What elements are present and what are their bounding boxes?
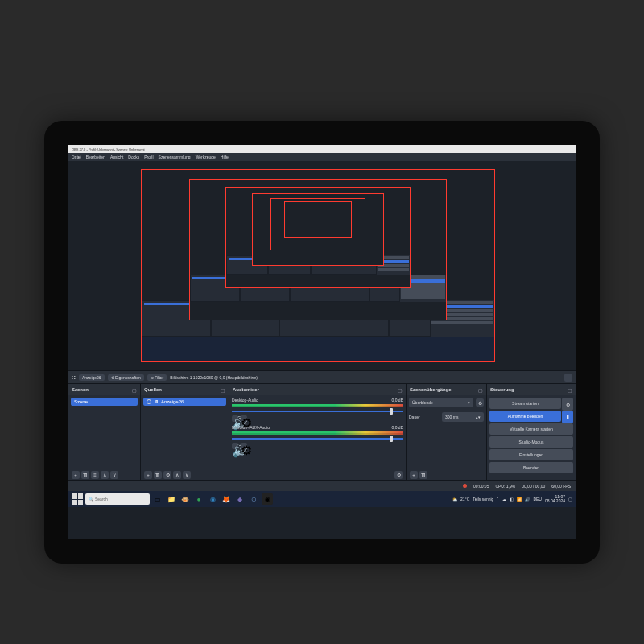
transitions-dock: Szenenübergänge ▢ Überblende▾ ⚙ Dauer 30… [407, 384, 487, 480]
resolution-label: Bildschirm 1 1920x1080 @ 0,0 (Hauptbilds… [170, 375, 258, 380]
volume-slider[interactable] [232, 436, 403, 441]
start-stream-button[interactable]: Stream starten [489, 398, 561, 409]
wifi-icon[interactable]: 📶 [517, 497, 522, 502]
tray-icon[interactable]: ◧ [510, 497, 514, 502]
source-item[interactable]: 🖥 Anzeige26 [143, 398, 226, 406]
chevron-down-icon: ▾ [468, 400, 470, 405]
scene-up-button[interactable]: ∧ [101, 471, 109, 479]
channel-settings-button[interactable]: ⚙ [241, 443, 247, 449]
mixer-channel: Mikrofon-/AUX-Audio0,0 dB 🔊⚙ [232, 425, 403, 449]
system-tray[interactable]: ⛅ 21°C Teils sonnig ˄ ☁ ◧ 📶 🔊 DEU 11:07 … [452, 495, 572, 503]
task-view-icon[interactable]: ▭ [152, 493, 163, 505]
menu-profile[interactable]: Profil [144, 155, 153, 159]
settings-button[interactable]: Einstellungen [489, 449, 573, 460]
tablet-device: OBS 27.0 - Profil: Unbenannt - Szenen: U… [44, 121, 600, 564]
channel-name: Desktop-Audio [232, 398, 258, 402]
cpu-usage: CPU: 1,9% [495, 484, 515, 489]
detach-icon[interactable]: ▢ [398, 387, 402, 393]
add-source-button[interactable]: + [144, 471, 152, 479]
tray-chevron-icon[interactable]: ˄ [497, 497, 499, 502]
add-scene-button[interactable]: + [72, 471, 80, 479]
controls-dock: Steuerung ▢ Stream starten ⚙ Aufnahme be… [487, 384, 576, 480]
menu-tools[interactable]: Werkzeuge [196, 155, 216, 159]
steam-icon[interactable]: ⊙ [248, 493, 259, 505]
explorer-icon[interactable]: 📁 [166, 493, 177, 505]
mixer-settings-button[interactable]: ⚙ [394, 471, 402, 479]
remove-transition-button[interactable]: 🗑 [419, 471, 427, 479]
screen: OBS 27.0 - Profil: Unbenannt - Szenen: U… [68, 145, 576, 539]
search-icon: 🔍 [89, 497, 93, 502]
windows-taskbar: 🔍Search ▭ 📁 🐵 ● ◉ 🦊 ◆ ⊙ ◉ ⛅ 21°C Teils s… [68, 491, 576, 507]
scene-item[interactable]: Szene [71, 398, 138, 406]
virtual-camera-button[interactable]: Virtuelle Kamera starten [489, 423, 573, 435]
volume-slider[interactable] [232, 409, 403, 414]
clock[interactable]: 11:07 08.04.2024 [545, 495, 565, 503]
studio-mode-button[interactable]: Studio-Modus [489, 436, 573, 448]
channel-name: Mikrofon-/AUX-Audio [232, 425, 270, 430]
stepper-icon[interactable]: ▴▾ [476, 415, 481, 419]
start-button[interactable] [72, 493, 83, 505]
controls-title: Steuerung [490, 387, 514, 392]
mute-button[interactable]: 🔊 [232, 415, 238, 422]
menu-scenes[interactable]: Szenensammlung [159, 155, 191, 159]
transitions-title: Szenenübergänge [410, 387, 452, 392]
menu-help[interactable]: Hilfe [221, 155, 229, 159]
weather-icon: ⛅ [452, 497, 457, 502]
source-props-button[interactable]: ⚙ [163, 471, 171, 479]
properties-button[interactable]: ⚙ Eigenschaften [108, 374, 144, 381]
scene-filter-button[interactable]: ≡ [91, 471, 99, 479]
mute-button[interactable]: 🔊 [232, 443, 238, 449]
scenes-title: Szenen [72, 387, 89, 392]
menu-docks[interactable]: Docks [128, 155, 139, 159]
transition-select[interactable]: Überblende▾ [409, 398, 473, 407]
docks-row: Szenen ▢ Szene + 🗑 ≡ ∧ ∨ Quellen [68, 383, 576, 480]
channel-settings-button[interactable]: ⚙ [241, 415, 247, 422]
edge-icon[interactable]: ◉ [207, 493, 218, 505]
stream-settings-button[interactable]: ⚙ [562, 398, 573, 411]
source-up-button[interactable]: ∧ [173, 471, 181, 479]
source-down-button[interactable]: ∨ [183, 471, 191, 479]
channel-db: 0,0 dB [392, 425, 403, 430]
menu-file[interactable]: Datei [72, 155, 81, 159]
audio-mixer-dock: Audiomixer ▢ Desktop-Audio0,0 dB 🔊⚙ Mikr… [229, 384, 407, 480]
recording-time: 00:00:05 [473, 484, 489, 489]
visibility-icon[interactable] [147, 399, 151, 404]
duration-input[interactable]: 300 ms▴▾ [442, 412, 484, 422]
taskbar-search[interactable]: 🔍Search [85, 493, 150, 505]
app-icon-1[interactable]: 🐵 [180, 493, 191, 505]
detach-icon[interactable]: ▢ [221, 387, 225, 393]
add-transition-button[interactable]: + [410, 471, 418, 479]
app-icon-3[interactable]: ◆ [234, 493, 246, 505]
remove-source-button[interactable]: 🗑 [154, 471, 162, 479]
app-icon-2[interactable]: ● [193, 493, 204, 505]
source-chip[interactable]: Anzeige26 [79, 374, 105, 381]
weather-temp: 21°C [460, 497, 469, 502]
notifications-icon[interactable]: ▢ [568, 497, 572, 502]
no-source-icon: ⛶ [72, 375, 76, 380]
detach-icon[interactable]: ▢ [568, 387, 572, 393]
detach-icon[interactable]: ▢ [132, 387, 137, 393]
detach-icon[interactable]: ▢ [478, 387, 483, 393]
scenes-dock: Szenen ▢ Szene + 🗑 ≡ ∧ ∨ [68, 384, 141, 480]
window-titlebar: OBS 27.0 - Profil: Unbenannt - Szenen: U… [68, 145, 576, 153]
toolbar-extra-icon[interactable]: ⋯ [564, 374, 572, 382]
scene-down-button[interactable]: ∨ [110, 471, 118, 479]
menu-edit[interactable]: Bearbeiten [86, 155, 105, 159]
duration-label: Dauer [409, 415, 440, 419]
exit-button[interactable]: Beenden [489, 462, 573, 473]
language-indicator[interactable]: DEU [533, 497, 542, 502]
filters-button[interactable]: ≋ Filter [147, 374, 167, 381]
menu-view[interactable]: Ansicht [110, 155, 123, 159]
pause-recording-button[interactable]: ⏸ [562, 411, 573, 423]
onedrive-icon[interactable]: ☁ [502, 497, 506, 502]
stop-recording-button[interactable]: Aufnahme beenden [489, 411, 561, 422]
volume-icon[interactable]: 🔊 [525, 497, 530, 502]
mixer-title: Audiomixer [233, 387, 259, 392]
weather-text: Teils sonnig [473, 497, 493, 502]
transition-settings-button[interactable]: ⚙ [476, 398, 484, 407]
preview-area[interactable] [68, 161, 576, 370]
firefox-icon[interactable]: 🦊 [221, 493, 232, 505]
obs-icon[interactable]: ◉ [262, 493, 273, 505]
sources-dock: Quellen ▢ 🖥 Anzeige26 + 🗑 ⚙ ∧ ∨ [141, 384, 229, 480]
remove-scene-button[interactable]: 🗑 [81, 471, 89, 479]
